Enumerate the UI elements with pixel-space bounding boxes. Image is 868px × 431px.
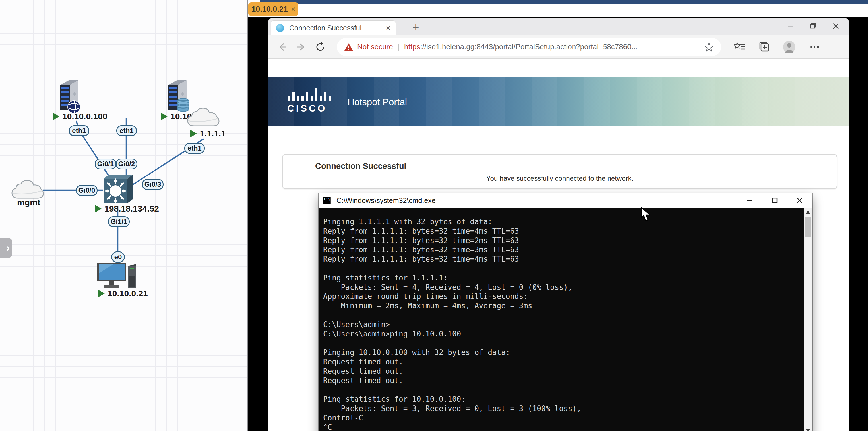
connection-card-message: You have successfully connected to the n…	[283, 174, 837, 182]
cmd-window: C:\ C:\Windows\system32\cmd.exe	[318, 193, 812, 431]
mgmt-label: mgmt	[17, 198, 40, 207]
running-indicator-icon	[161, 112, 167, 120]
interface-label-gi0-2[interactable]: Gi0/2	[116, 159, 137, 169]
favorites-bar-icon[interactable]	[734, 41, 746, 52]
scroll-up-icon[interactable]	[806, 210, 810, 214]
tab-title: Connection Successful	[289, 24, 386, 32]
terminal-output: Pinging 1.1.1.1 with 32 bytes of data: R…	[323, 217, 581, 431]
console-top-bar	[260, 0, 868, 4]
tab-favicon-icon	[276, 24, 284, 32]
browser-toolbar: Not secure | https://ise1.helena.gg:8443…	[269, 35, 849, 59]
node-server-10-10-0-100[interactable]	[56, 79, 93, 116]
menu-ellipsis-icon[interactable]	[808, 41, 821, 53]
interface-label-e0[interactable]: e0	[111, 251, 125, 263]
forward-button[interactable]	[296, 41, 307, 53]
cmd-minimize-button[interactable]	[737, 193, 762, 207]
collections-icon[interactable]	[758, 41, 770, 53]
url-text: ://ise1.helena.gg:8443/portal/PortalSetu…	[420, 42, 637, 51]
node-label-server1[interactable]: 10.10.0.100	[53, 112, 107, 121]
running-indicator-icon	[53, 112, 59, 120]
address-bar[interactable]: Not secure | https://ise1.helena.gg:8443…	[337, 38, 721, 56]
node-cloud-internet[interactable]	[185, 106, 221, 130]
cloud-icon	[185, 106, 221, 129]
not-secure-warning-icon	[344, 43, 353, 51]
connection-card-title: Connection Successful	[315, 162, 406, 171]
interface-label-server2-eth1[interactable]: eth1	[116, 125, 137, 136]
pc-label: 10.10.0.21	[107, 289, 148, 298]
url-scheme: https	[404, 42, 420, 51]
scroll-down-icon[interactable]	[806, 429, 810, 431]
cmd-close-button[interactable]	[787, 193, 812, 207]
node-label-internet[interactable]: 1.1.1.1	[190, 129, 226, 138]
address-separator: |	[398, 42, 400, 52]
portal-page: CISCO Hotspot Portal Connection Successf…	[269, 59, 849, 431]
running-indicator-icon	[190, 130, 197, 138]
console-panel: 10.10.0.21 × Connection Successful × +	[248, 0, 868, 431]
sidebar-expand-handle[interactable]: ›	[0, 238, 12, 258]
switch-icon	[101, 173, 135, 206]
cmd-maximize-button[interactable]	[762, 193, 787, 207]
favorite-star-icon[interactable]	[704, 42, 714, 52]
cisco-brand-text: CISCO	[287, 103, 327, 114]
console-tab-label: 10.10.0.21	[251, 5, 288, 14]
running-indicator-icon	[98, 289, 105, 297]
cmd-app-icon: C:\	[323, 197, 331, 204]
cmd-title: C:\Windows\system32\cmd.exe	[336, 196, 436, 205]
interface-label-gi0-3[interactable]: Gi0/3	[142, 179, 163, 190]
refresh-button[interactable]	[315, 41, 327, 53]
cisco-logo-icon	[287, 86, 336, 103]
not-secure-label: Not secure	[357, 42, 393, 51]
node-switch[interactable]	[101, 173, 135, 207]
browser-tab-connection-successful[interactable]: Connection Successful ×	[271, 21, 396, 35]
server1-label: 10.10.0.100	[62, 112, 107, 121]
tab-close-icon[interactable]: ×	[386, 24, 391, 33]
internet-label: 1.1.1.1	[200, 129, 226, 138]
screen: 10.10.0.100	[0, 0, 868, 431]
browser-window: Connection Successful × +	[269, 18, 849, 431]
cmd-titlebar[interactable]: C:\ C:\Windows\system32\cmd.exe	[318, 193, 812, 207]
back-button[interactable]	[276, 41, 288, 53]
portal-banner: CISCO Hotspot Portal	[269, 77, 849, 126]
running-indicator-icon	[95, 205, 101, 213]
mouse-cursor	[641, 207, 654, 222]
close-button[interactable]	[832, 22, 840, 30]
portal-title: Hotspot Portal	[347, 97, 407, 108]
node-label-mgmt[interactable]: mgmt	[17, 198, 40, 207]
terminal[interactable]: Pinging 1.1.1.1 with 32 bytes of data: R…	[318, 207, 812, 431]
browser-tabstrip: Connection Successful × +	[269, 18, 849, 35]
new-tab-button[interactable]: +	[409, 22, 422, 34]
topology-links	[0, 0, 248, 431]
minimize-button[interactable]	[786, 22, 795, 30]
topology-canvas[interactable]: 10.10.0.100	[0, 0, 248, 431]
terminal-scrollbar[interactable]	[804, 207, 812, 431]
console-tab-10-10-0-21[interactable]: 10.10.0.21 ×	[248, 2, 298, 16]
interface-label-server1-eth1[interactable]: eth1	[69, 125, 89, 136]
interface-label-gi0-0[interactable]: Gi0/0	[76, 185, 98, 196]
pc-icon	[96, 262, 140, 290]
console-tab-close-icon[interactable]: ×	[291, 5, 295, 13]
connection-card: Connection Successful You have successfu…	[282, 154, 837, 189]
interface-label-gi1-1[interactable]: Gi1/1	[108, 217, 130, 227]
interface-label-gi0-1[interactable]: Gi0/1	[95, 159, 116, 169]
chevron-right-icon: ›	[6, 243, 10, 253]
server-icon	[56, 79, 93, 115]
scrollbar-thumb[interactable]	[805, 217, 811, 237]
restore-button[interactable]	[809, 22, 817, 30]
node-pc[interactable]	[96, 262, 140, 291]
interface-label-internet-eth1[interactable]: eth1	[184, 143, 205, 154]
node-label-switch[interactable]: 198.18.134.52	[95, 204, 159, 213]
profile-avatar[interactable]	[783, 40, 796, 54]
switch-label: 198.18.134.52	[104, 204, 159, 213]
node-label-pc[interactable]: 10.10.0.21	[98, 289, 148, 298]
